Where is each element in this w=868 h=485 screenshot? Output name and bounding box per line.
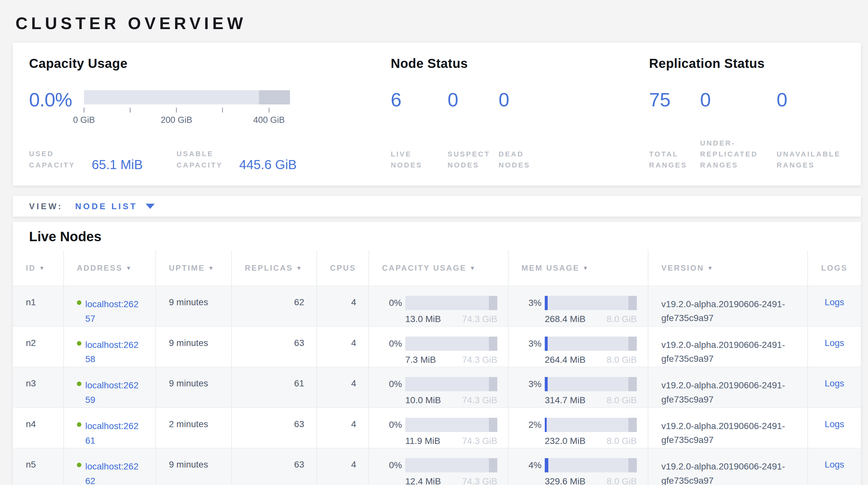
- axis-tick: 0 GiB: [73, 108, 95, 125]
- metric-dead-nodes: 0 DEAD NODES: [499, 90, 541, 171]
- column-header-logs: LOGS: [808, 250, 861, 286]
- cell-uptime: 9 minutes: [156, 367, 231, 408]
- metric-value: 445.6 GiB: [239, 159, 297, 171]
- metric-value: 75: [649, 90, 700, 110]
- metric-value: 0: [700, 90, 777, 110]
- cell-logs: Logs: [808, 448, 861, 485]
- node-row-n1: n1localhost:262579 minutes6240%13.0 MiB7…: [13, 286, 861, 326]
- cell-uptime: 9 minutes: [156, 448, 231, 485]
- column-header-capacity-usage[interactable]: CAPACITY USAGE▼: [369, 250, 508, 286]
- column-header-address[interactable]: ADDRESS▼: [64, 250, 156, 286]
- column-header-mem-usage[interactable]: MEM USAGE▼: [508, 250, 648, 286]
- sort-arrow-icon: ▼: [583, 265, 589, 271]
- metric-total-ranges: 75 TOTAL RANGES: [649, 90, 700, 171]
- metric-value: 65.1 MiB: [92, 159, 143, 171]
- live-nodes-table: ID▼ADDRESS▼UPTIME▼REPLICAS▼CPUSCAPACITY …: [13, 250, 861, 485]
- summary-panel: Capacity Usage 0.0% 0 GiB200 GiB400 GiB …: [13, 43, 861, 186]
- cell-uptime: 9 minutes: [156, 286, 231, 326]
- usage-used-value: 7.3 MiB: [405, 355, 436, 365]
- address-link[interactable]: localhost:26258: [85, 338, 141, 367]
- cell-node-id: n2: [13, 326, 64, 367]
- cell-cpus: 4: [317, 408, 369, 449]
- node-live-status-dot: [77, 341, 82, 346]
- view-selector-dropdown[interactable]: NODE LIST: [75, 201, 155, 211]
- cell-address: localhost:26258: [64, 326, 156, 367]
- metric-used-capacity: USED CAPACITY 65.1 MiB: [29, 148, 143, 171]
- replication-status-section: Replication Status 75 TOTAL RANGES 0 UND…: [649, 56, 845, 171]
- axis-tick-label: 0 GiB: [73, 115, 95, 125]
- metric-label: USABLE CAPACITY: [177, 148, 226, 171]
- logs-link[interactable]: Logs: [825, 419, 844, 429]
- sort-arrow-icon: ▼: [469, 265, 476, 271]
- axis-tick: [130, 108, 130, 113]
- cell-capacity-usage: 0%12.4 MiB74.3 GiB: [369, 448, 508, 485]
- cell-replicas: 63: [231, 408, 317, 449]
- usage-used-value: 329.6 MiB: [545, 476, 585, 485]
- live-nodes-heading: Live Nodes: [29, 229, 861, 245]
- capacity-bar: 0 GiB200 GiB400 GiB: [84, 90, 290, 127]
- address-link[interactable]: localhost:26261: [85, 419, 141, 448]
- metric-value: 0: [777, 90, 819, 110]
- chevron-down-icon: [146, 204, 155, 209]
- logs-link[interactable]: Logs: [825, 459, 844, 469]
- cell-node-id: n3: [13, 367, 64, 408]
- cell-node-id: n5: [13, 448, 64, 485]
- usage-percent: 0%: [382, 420, 402, 430]
- cell-logs: Logs: [808, 367, 861, 408]
- usage-total-value: 8.0 GiB: [607, 395, 637, 405]
- logs-link[interactable]: Logs: [825, 297, 844, 307]
- usage-percent: 0%: [382, 460, 402, 470]
- usage-bar: [545, 458, 637, 473]
- metric-label: TOTAL RANGES: [649, 149, 692, 171]
- usage-total-value: 74.3 GiB: [462, 436, 497, 446]
- node-status-heading: Node Status: [391, 56, 649, 71]
- cell-logs: Logs: [808, 326, 861, 367]
- usage-percent: 4%: [522, 460, 541, 470]
- view-bar: VIEW: NODE LIST: [13, 196, 861, 217]
- capacity-bar-ticks: 0 GiB200 GiB400 GiB: [84, 108, 290, 127]
- column-header-uptime[interactable]: UPTIME▼: [156, 250, 231, 286]
- capacity-usage-heading: Capacity Usage: [29, 56, 391, 71]
- capacity-bar-track: [84, 90, 290, 105]
- usage-percent: 0%: [382, 298, 402, 308]
- node-row-n2: n2localhost:262589 minutes6340%7.3 MiB74…: [13, 326, 861, 367]
- usage-total-value: 8.0 GiB: [607, 476, 637, 485]
- usage-percent: 3%: [522, 339, 541, 349]
- column-header-version[interactable]: VERSION▼: [648, 250, 808, 286]
- column-header-replicas[interactable]: REPLICAS▼: [231, 250, 317, 286]
- usage-bar: [405, 458, 497, 473]
- metric-unavailable-ranges: 0 UNAVAILABLE RANGES: [777, 90, 819, 171]
- cell-uptime: 9 minutes: [156, 326, 231, 367]
- metric-value: 0: [447, 90, 499, 110]
- address-link[interactable]: localhost:26257: [85, 297, 141, 326]
- address-link[interactable]: localhost:26262: [85, 459, 141, 485]
- cell-uptime: 2 minutes: [156, 408, 231, 449]
- column-header-id[interactable]: ID▼: [13, 250, 64, 286]
- usage-used-value: 314.7 MiB: [545, 395, 585, 405]
- capacity-bar-reserved: [259, 90, 290, 105]
- metric-label: SUSPECT NODES: [447, 149, 490, 171]
- usage-bar: [545, 337, 637, 351]
- sort-arrow-icon: ▼: [39, 265, 45, 271]
- usage-total-value: 74.3 GiB: [462, 476, 497, 485]
- cell-address: localhost:26259: [64, 367, 156, 408]
- cell-cpus: 4: [317, 448, 369, 485]
- logs-link[interactable]: Logs: [825, 338, 844, 348]
- cell-address: localhost:26261: [64, 408, 156, 449]
- axis-tick-label: 200 GiB: [161, 115, 192, 125]
- metric-live-nodes: 6 LIVE NODES: [391, 90, 447, 171]
- metric-label: USED CAPACITY: [29, 148, 78, 171]
- usage-percent: 0%: [382, 339, 402, 349]
- capacity-metrics: USED CAPACITY 65.1 MiB USABLE CAPACITY 4…: [29, 148, 391, 171]
- usage-used-value: 268.4 MiB: [545, 314, 585, 324]
- metric-label: DEAD NODES: [499, 149, 541, 171]
- cell-replicas: 63: [231, 326, 317, 367]
- logs-link[interactable]: Logs: [825, 378, 844, 388]
- address-link[interactable]: localhost:26259: [85, 378, 141, 407]
- cell-mem-usage: 3%268.4 MiB8.0 GiB: [508, 286, 648, 326]
- cell-cpus: 4: [317, 367, 369, 408]
- usage-percent: 3%: [522, 379, 541, 389]
- usage-total-value: 74.3 GiB: [462, 395, 497, 405]
- metric-label: LIVE NODES: [391, 149, 433, 171]
- node-live-status-dot: [77, 381, 82, 386]
